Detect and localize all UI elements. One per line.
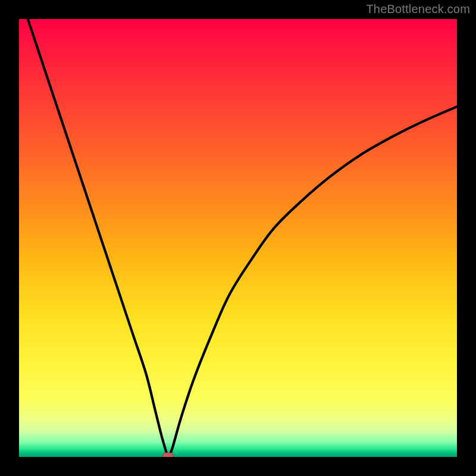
bottleneck-curve (28, 19, 457, 457)
plot-area (19, 19, 457, 457)
chart-svg (19, 19, 457, 457)
chart-frame: TheBottleneck.com (0, 0, 476, 476)
minimum-marker (162, 453, 173, 457)
attribution-text: TheBottleneck.com (366, 2, 470, 16)
